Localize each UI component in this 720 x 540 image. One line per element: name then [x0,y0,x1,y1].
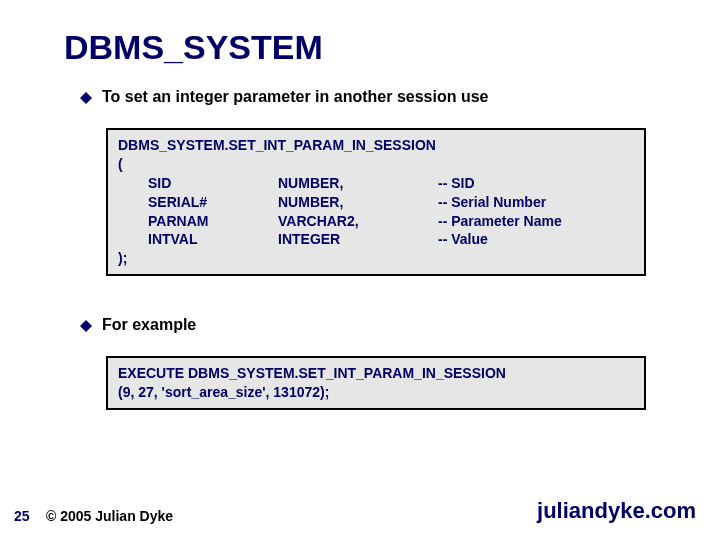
code-proc-name: DBMS_SYSTEM.SET_INT_PARAM_IN_SESSION [118,136,634,155]
page-number: 25 [0,508,40,524]
svg-marker-1 [80,320,92,332]
website-text: juliandyke.com [537,498,696,524]
param-type: NUMBER, [278,193,438,212]
code-example-line1: EXECUTE DBMS_SYSTEM.SET_INT_PARAM_IN_SES… [118,364,634,383]
svg-marker-0 [80,92,92,104]
bullet-row: For example [80,316,660,334]
param-name: SERIAL# [148,193,278,212]
param-row: INTVAL INTEGER -- Value [148,230,634,249]
bullet-text: For example [102,316,196,334]
param-row: PARNAM VARCHAR2, -- Parameter Name [148,212,634,231]
param-comment: -- Serial Number [438,193,546,212]
param-type: NUMBER, [278,174,438,193]
diamond-bullet-icon [80,92,92,104]
bullet-text: To set an integer parameter in another s… [102,88,488,106]
param-row: SERIAL# NUMBER, -- Serial Number [148,193,634,212]
slide-content: To set an integer parameter in another s… [80,88,660,410]
diamond-bullet-icon [80,320,92,332]
slide-title: DBMS_SYSTEM [64,28,323,67]
code-open-paren: ( [118,155,634,174]
code-box-signature: DBMS_SYSTEM.SET_INT_PARAM_IN_SESSION ( S… [106,128,646,276]
slide: DBMS_SYSTEM To set an integer parameter … [0,0,720,540]
param-row: SID NUMBER, -- SID [148,174,634,193]
param-table: SID NUMBER, -- SID SERIAL# NUMBER, -- Se… [148,174,634,250]
code-close-paren: ); [118,249,634,268]
param-comment: -- Parameter Name [438,212,562,231]
copyright-text: © 2005 Julian Dyke [46,508,173,524]
bullet-row: To set an integer parameter in another s… [80,88,660,106]
code-box-example: EXECUTE DBMS_SYSTEM.SET_INT_PARAM_IN_SES… [106,356,646,410]
slide-footer: 25 © 2005 Julian Dyke juliandyke.com [0,498,720,524]
param-type: VARCHAR2, [278,212,438,231]
param-comment: -- SID [438,174,475,193]
param-name: SID [148,174,278,193]
param-name: INTVAL [148,230,278,249]
code-example-line2: (9, 27, 'sort_area_size', 131072); [118,383,634,402]
param-comment: -- Value [438,230,488,249]
param-type: INTEGER [278,230,438,249]
param-name: PARNAM [148,212,278,231]
